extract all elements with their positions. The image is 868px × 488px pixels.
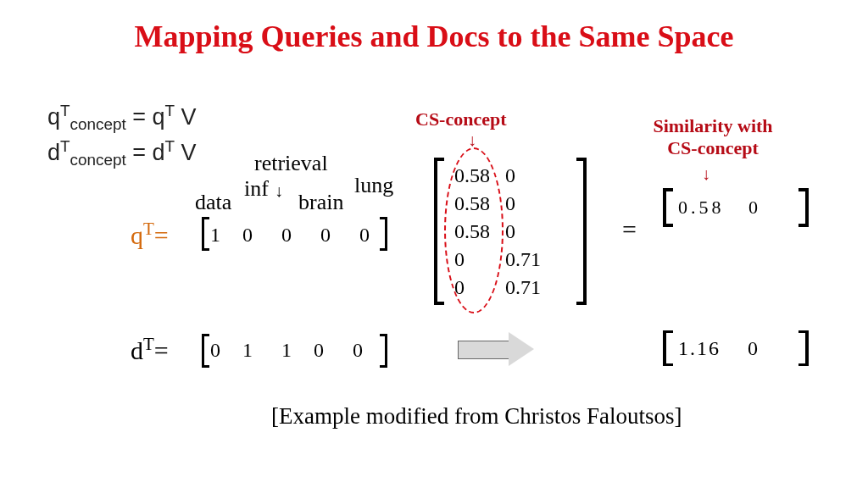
matrix-cell: 0 — [505, 219, 554, 245]
equals-sign: = — [622, 215, 637, 244]
similarity-label: Similarity withCS-concept — [615, 115, 810, 160]
bracket-icon — [663, 330, 673, 366]
concept-equations: qTconcept = qT V dTconcept = dT V — [47, 100, 197, 171]
d-vector: 0 1 1 0 0 — [210, 339, 364, 362]
arrow-down-icon: ↓ — [468, 130, 476, 150]
q-transpose-label: qT= — [131, 219, 169, 250]
implies-arrow-icon — [458, 332, 536, 366]
slide: Mapping Queries and Docs to the Same Spa… — [0, 0, 868, 488]
matrix-cell: 0.71 — [505, 274, 554, 301]
equation-q: qTconcept = qT V — [47, 100, 197, 136]
term-lung: lung — [354, 173, 393, 198]
matrix-bracket-left-icon — [434, 158, 444, 305]
d-transpose-label: dT= — [131, 334, 169, 365]
arrow-down-icon: ↓ — [702, 164, 710, 184]
cs-concept-label: CS-concept — [415, 108, 507, 130]
bracket-icon — [798, 330, 809, 366]
slide-title: Mapping Queries and Docs to the Same Spa… — [0, 19, 868, 54]
matrix-bracket-right-icon — [576, 158, 587, 305]
term-data: data — [195, 190, 231, 215]
attribution: [Example modified from Christos Faloutso… — [271, 403, 682, 430]
term-inf: inf — [244, 176, 269, 202]
d-concept-result: 1.16 0 — [678, 337, 760, 360]
bracket-icon — [798, 188, 809, 227]
bracket-icon — [380, 217, 387, 251]
q-concept-result: 0.58 0 — [678, 197, 761, 219]
term-brain: brain — [298, 190, 343, 215]
matrix-cell: 0.71 — [505, 247, 554, 273]
cs-concept-ellipse — [444, 147, 504, 313]
bracket-icon — [202, 217, 209, 251]
matrix-cell: 0 — [505, 191, 554, 217]
term-retrieval: retrieval — [254, 151, 328, 176]
arrow-down-icon: ↓ — [275, 181, 283, 201]
bracket-icon — [202, 334, 209, 368]
equation-d: dTconcept = dT V — [47, 136, 197, 171]
bracket-icon — [380, 334, 387, 368]
bracket-icon — [663, 188, 673, 227]
q-vector: 1 0 0 0 0 — [210, 224, 371, 247]
matrix-cell: 0 — [505, 163, 554, 189]
